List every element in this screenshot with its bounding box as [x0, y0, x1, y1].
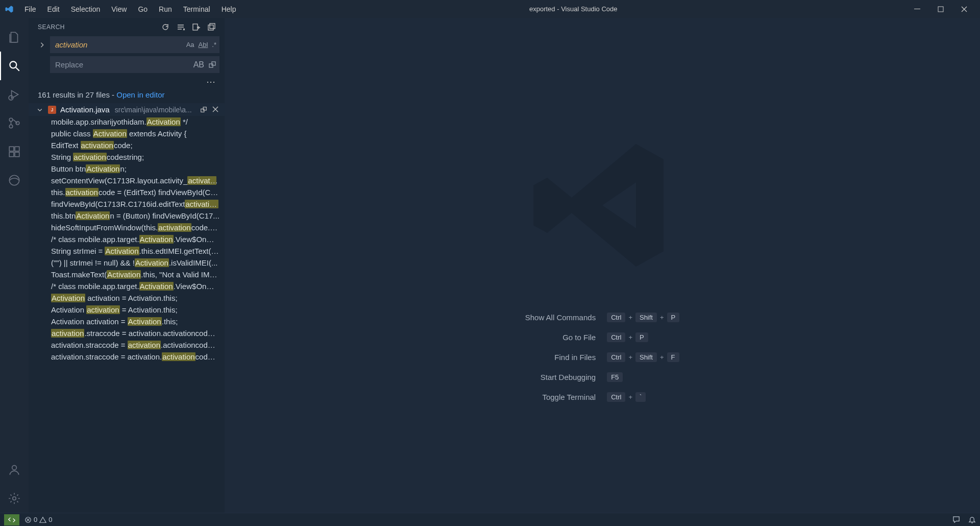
dismiss-file-icon[interactable]	[212, 106, 218, 113]
match-highlight: activation	[128, 341, 161, 349]
svg-point-4	[9, 118, 13, 122]
svg-rect-14	[193, 24, 198, 30]
warning-icon	[39, 516, 46, 523]
menu-terminal[interactable]: Terminal	[178, 3, 215, 15]
window-controls	[905, 0, 976, 18]
results-summary: 161 results in 27 files - Open in editor	[29, 89, 225, 103]
search-match-line[interactable]: /* class mobile.app.target.Activation.Vi…	[29, 280, 225, 292]
match-highlight: Activation	[135, 258, 169, 267]
editor-area: Show All CommandsCtrl+Shift+PGo to FileC…	[225, 18, 980, 513]
match-highlight: activation	[73, 153, 106, 161]
regex-icon[interactable]: .*	[212, 41, 216, 49]
explorer-tab[interactable]	[0, 23, 29, 52]
match-whole-word-icon[interactable]: Abl	[199, 41, 208, 49]
keycap: Ctrl	[607, 332, 625, 342]
search-match-line[interactable]: activation.straccode = activation.activa…	[29, 351, 225, 363]
menu-help[interactable]: Help	[216, 3, 241, 15]
search-match-line[interactable]: Button btnActivationn;	[29, 163, 225, 175]
plus-separator: +	[660, 353, 664, 361]
search-match-line[interactable]: String activationcodestring;	[29, 151, 225, 163]
shortcut-keys: Ctrl+Shift+F	[607, 352, 679, 362]
search-match-line[interactable]: Activation activation = Activation.this;	[29, 316, 225, 327]
search-tab[interactable]	[0, 52, 29, 80]
warnings-count: 0	[48, 516, 52, 523]
search-match-line[interactable]: this.btnActivationn = (Button) findViewB…	[29, 210, 225, 222]
match-case-icon[interactable]: Aa	[186, 41, 194, 49]
clear-results-icon[interactable]	[177, 23, 185, 31]
svg-rect-16	[210, 23, 215, 29]
menu-file[interactable]: File	[19, 3, 41, 15]
search-match-line[interactable]: Activation activation = Activation.this;	[29, 304, 225, 316]
vscode-logo-icon	[4, 4, 14, 14]
collapse-all-icon[interactable]	[207, 23, 215, 31]
edge-tools-tab[interactable]	[0, 166, 29, 195]
notifications-icon[interactable]	[968, 516, 976, 523]
search-match-line[interactable]: setContentView(C1713R.layout.activity_ac…	[29, 175, 225, 186]
menu-go[interactable]: Go	[133, 3, 153, 15]
activity-bar	[0, 18, 29, 513]
search-match-line[interactable]: Activation activation = Activation.this;	[29, 292, 225, 304]
extensions-tab[interactable]	[0, 137, 29, 166]
search-match-line[interactable]: String strImei = Activation.this.edtIMEI…	[29, 245, 225, 257]
search-match-line[interactable]: activation.straccode = activation.activa…	[29, 339, 225, 351]
menu-selection[interactable]: Selection	[66, 3, 106, 15]
results-list[interactable]: J Activation.java src\main\java\mobile\a…	[29, 103, 225, 513]
search-match-line[interactable]: Toast.makeText(Activation.this, "Not a V…	[29, 269, 225, 280]
search-match-line[interactable]: public class Activation extends Activity…	[29, 128, 225, 139]
result-file-header[interactable]: J Activation.java src\main\java\mobile\a…	[29, 103, 225, 116]
match-highlight: Activation	[86, 164, 120, 173]
search-match-line[interactable]: activation.straccode = activation.activa…	[29, 327, 225, 339]
search-match-line[interactable]: mobile.app.sriharijyothidam.Activation *…	[29, 116, 225, 128]
menu-edit[interactable]: Edit	[42, 3, 65, 15]
accounts-button[interactable]	[0, 456, 29, 484]
replace-input[interactable]	[53, 58, 193, 71]
feedback-icon[interactable]	[952, 516, 960, 523]
search-match-line[interactable]: findViewById(C1713R.C1716id.editTextacti…	[29, 198, 225, 210]
replace-input-row: AB	[50, 56, 219, 73]
search-match-line[interactable]: /* class mobile.app.target.Activation.Vi…	[29, 233, 225, 245]
minimize-button[interactable]	[905, 0, 929, 18]
maximize-button[interactable]	[929, 0, 952, 18]
new-search-editor-icon[interactable]	[192, 23, 200, 31]
match-highlight: Activation	[76, 211, 110, 220]
keycap: Shift	[635, 313, 657, 322]
replace-file-icon[interactable]	[200, 106, 207, 113]
svg-rect-10	[15, 147, 19, 151]
menu-view[interactable]: View	[106, 3, 132, 15]
search-sidebar: SEARCH Aa Abl .*	[29, 18, 225, 513]
search-input[interactable]	[53, 38, 186, 51]
result-file-name: Activation.java	[60, 105, 110, 114]
menubar: File Edit Selection View Go Run Terminal…	[19, 3, 241, 15]
plus-separator: +	[628, 353, 632, 361]
svg-point-13	[12, 497, 16, 500]
settings-button[interactable]	[0, 484, 29, 513]
welcome-shortcuts: Show All CommandsCtrl+Shift+PGo to FileC…	[525, 313, 680, 402]
problems-status[interactable]: 0 0	[24, 516, 52, 523]
keycap: F	[667, 352, 679, 362]
search-match-line[interactable]: EditText activationcode;	[29, 139, 225, 151]
svg-point-12	[12, 465, 16, 470]
toggle-replace-icon[interactable]	[38, 41, 47, 49]
toggle-search-details-icon[interactable]: ⋯	[29, 76, 225, 89]
svg-rect-0	[914, 9, 920, 9]
match-highlight: activation	[185, 200, 218, 208]
preserve-case-icon[interactable]: AB	[193, 60, 204, 69]
match-highlight: Activation	[146, 117, 181, 126]
refresh-icon[interactable]	[161, 23, 169, 31]
search-match-line[interactable]: ("") || strImei != null) && !Activation.…	[29, 257, 225, 269]
search-match-line[interactable]: hideSoftInputFromWindow(this.activationc…	[29, 222, 225, 233]
menu-run[interactable]: Run	[154, 3, 177, 15]
replace-all-icon[interactable]	[208, 61, 216, 69]
source-control-tab[interactable]	[0, 109, 29, 137]
chevron-down-icon	[36, 107, 44, 113]
search-match-line[interactable]: this.activationcode = (EditText) findVie…	[29, 186, 225, 198]
close-button[interactable]	[952, 0, 976, 18]
remote-indicator[interactable]	[4, 514, 19, 525]
open-in-editor-link[interactable]: Open in editor	[116, 90, 164, 99]
shortcut-label: Show All Commands	[525, 313, 596, 322]
keycap: Ctrl	[607, 392, 625, 402]
run-debug-tab[interactable]	[0, 80, 29, 109]
match-highlight: activation	[65, 188, 99, 197]
keycap: F5	[607, 372, 623, 382]
keycap: Ctrl	[607, 313, 625, 322]
